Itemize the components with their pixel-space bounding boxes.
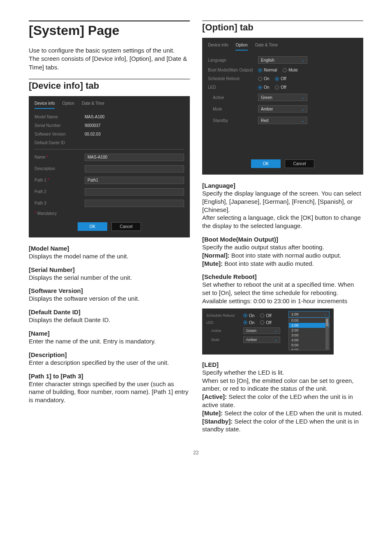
sched-small-off-radio[interactable]: Off — [260, 313, 271, 318]
led-off-radio[interactable]: Off — [275, 85, 286, 90]
path3-input[interactable] — [85, 200, 184, 207]
led-standby-label: Standby — [208, 118, 253, 123]
time-option[interactable]: 3:00 — [289, 333, 329, 338]
time-select[interactable]: 1:00⌄ — [288, 311, 330, 318]
mandatory-note: * Mandatory — [35, 211, 184, 216]
page-number: 22 — [29, 450, 363, 456]
schedule-reboot-panel: Schedule Reboot On Off LED On Off — [202, 309, 334, 355]
time-dropdown-list[interactable]: 0:00 1:00 2:00 3:00 4:00 5:00 6:00 7:00 — [288, 318, 330, 350]
active-small-label: Active — [206, 329, 240, 333]
name-input[interactable] — [85, 154, 184, 161]
time-option[interactable]: 0:00 — [289, 318, 329, 323]
software-version-head: [Software Version] — [29, 287, 190, 294]
chevron-down-icon: ⌄ — [301, 107, 304, 111]
ok-button[interactable]: OK — [78, 222, 107, 231]
description-input[interactable] — [85, 165, 184, 173]
description-body: Enter a description specified by the use… — [29, 359, 190, 367]
boot-mute-def: [Mute]: Boot into state with audio muted… — [202, 260, 363, 268]
model-name-value: MAS-A100 — [85, 115, 104, 119]
chevron-down-icon: ⌄ — [323, 312, 327, 316]
cancel-button[interactable]: Cancel — [111, 222, 141, 231]
name-head: [Name] — [29, 330, 190, 337]
chevron-down-icon: ⌄ — [274, 337, 277, 342]
schedule-reboot-label: Schedule Reboot — [208, 76, 253, 81]
path1-input[interactable] — [85, 177, 184, 184]
boot-mode-normal-radio[interactable]: Normal — [258, 68, 277, 72]
sched-small-on-radio[interactable]: On — [243, 313, 254, 318]
time-option[interactable]: 1:00 — [289, 323, 329, 328]
path2-input[interactable] — [85, 188, 184, 196]
default-dante-id-label: Default Dante ID — [35, 140, 80, 145]
schedule-reboot-body2: Available settings: 0:00 to 23:00 in 1-h… — [202, 297, 363, 305]
boot-mode-mute-radio[interactable]: Mute — [283, 68, 297, 72]
software-version-value: 00.02.03 — [85, 132, 101, 136]
led-mute-def: [Mute]: Select the color of the LED when… — [202, 409, 363, 417]
default-dante-id-body: Displays the default Dante ID. — [29, 316, 190, 324]
led-body: Specify whether the LED is lit. When set… — [202, 368, 363, 393]
time-option[interactable]: 2:00 — [289, 328, 329, 333]
language-select[interactable]: English⌄ — [258, 56, 307, 64]
led-on-radio[interactable]: On — [258, 85, 269, 90]
chevron-down-icon: ⌄ — [301, 118, 304, 123]
schedule-reboot-on-radio[interactable]: On — [258, 76, 269, 81]
intro-text: Use to configure the basic system settin… — [29, 46, 190, 71]
led-small-label: LED — [206, 320, 240, 325]
mute-small-select[interactable]: Amber⌄ — [243, 336, 280, 343]
path3-input-label: Path 3 — [35, 201, 80, 205]
serial-number-head: [Serial Number] — [29, 266, 190, 273]
language-body: Specify the display language of the scre… — [202, 189, 363, 230]
name-input-label: Name * — [35, 155, 80, 159]
path2-input-label: Path 2 — [35, 189, 80, 194]
software-version-body: Displays the software version of the uni… — [29, 295, 190, 303]
option-panel: Device info Option Date & Time Language … — [202, 38, 363, 175]
device-info-heading: [Device info] tab — [29, 81, 190, 91]
language-head: [Language] — [202, 182, 363, 189]
serial-number-label: Serial Number — [35, 123, 80, 128]
description-head: [Description] — [29, 351, 190, 358]
cancel-button[interactable]: Cancel — [285, 159, 314, 168]
tab-date-time[interactable]: Date & Time — [82, 101, 104, 109]
chevron-down-icon: ⌄ — [301, 58, 304, 62]
led-label: LED — [208, 85, 253, 90]
led-small-on-radio[interactable]: On — [243, 320, 254, 325]
default-dante-id-head: [Default Dante ID] — [29, 309, 190, 315]
boot-mode-head: [Boot Mode(Main Output)] — [202, 236, 363, 243]
tab-device-info[interactable]: Device info — [35, 101, 55, 109]
model-name-body: Displays the model name of the unit. — [29, 252, 190, 260]
chevron-down-icon: ⌄ — [274, 328, 277, 333]
led-small-off-radio[interactable]: Off — [260, 320, 271, 325]
time-option[interactable]: 6:00 — [289, 348, 329, 350]
led-standby-select[interactable]: Red⌄ — [258, 117, 307, 124]
path-head: [Path 1] to [Path 3] — [29, 373, 190, 380]
name-body: Enter the name of the unit. Entry is man… — [29, 337, 190, 345]
tab-date-time[interactable]: Date & Time — [255, 43, 278, 51]
scrollbar[interactable] — [325, 318, 329, 350]
schedule-reboot-head: [Schedule Reboot] — [202, 273, 363, 280]
led-standby-def: [Standby]: Select the color of the LED w… — [202, 417, 363, 434]
led-mute-select[interactable]: Amber⌄ — [258, 105, 307, 113]
chevron-down-icon: ⌄ — [301, 95, 304, 100]
model-name-head: [Model Name] — [29, 245, 190, 252]
ok-button[interactable]: OK — [251, 159, 281, 168]
sched-small-label: Schedule Reboot — [206, 313, 240, 318]
path1-input-label: Path 1 * — [35, 178, 80, 182]
time-option[interactable]: 5:00 — [289, 343, 329, 348]
path-body: Enter character strings specified by the… — [29, 380, 190, 404]
serial-number-value: 9000037 — [85, 123, 101, 128]
tab-option[interactable]: Option — [235, 43, 247, 51]
mute-small-label: Mute — [206, 338, 240, 342]
tab-device-info[interactable]: Device info — [208, 43, 228, 51]
led-active-select[interactable]: Green⌄ — [258, 94, 307, 101]
time-option[interactable]: 4:00 — [289, 338, 329, 343]
active-small-select[interactable]: Green⌄ — [243, 327, 280, 334]
led-active-label: Active — [208, 95, 253, 100]
software-version-label: Software Version — [35, 132, 80, 136]
led-head: [LED] — [202, 361, 363, 368]
schedule-reboot-body1: Set whether to reboot the unit at a spec… — [202, 281, 363, 297]
schedule-reboot-off-radio[interactable]: Off — [275, 76, 286, 81]
description-input-label: Description — [35, 166, 80, 171]
model-name-label: Model Name — [35, 115, 80, 119]
serial-number-body: Displays the serial number of the unit. — [29, 274, 190, 282]
tab-option[interactable]: Option — [62, 101, 74, 109]
boot-normal-def: [Normal]: Boot into state with normal au… — [202, 251, 363, 260]
